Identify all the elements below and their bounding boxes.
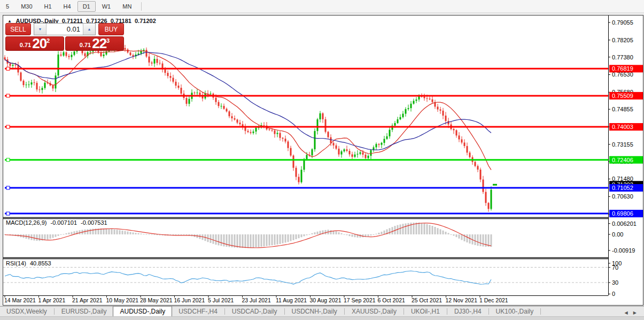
macd-tick-label: -0.00919 [612,247,635,254]
macd-histogram-bar [183,234,185,235]
macd-histogram-bar [376,234,377,234]
buy-button[interactable]: BUY [98,23,124,35]
macd-histogram-bar [122,231,123,234]
lot-size-input[interactable] [46,24,83,35]
candle-body [277,133,278,134]
candle-body [157,59,158,63]
level-price-text: 0.72406 [612,157,633,163]
level-price-text: 0.74003 [612,124,633,130]
candle-body [10,64,11,66]
level-line-handle[interactable] [6,125,10,128]
tab-usdcnh-daily[interactable]: USDCNH-,Daily [285,307,344,317]
candle-body [280,133,281,138]
macd-histogram-bar [87,229,89,234]
timeframe-m5-button[interactable]: 5 [1,1,14,12]
macd-histogram-bar [453,234,455,236]
level-line-handle[interactable] [6,212,10,215]
candle-body [400,117,401,119]
price-chart-canvas[interactable]: 0.790550.782050.773800.765300.756800.748… [3,16,643,305]
tab-usdcad-daily[interactable]: USDCAD-,Daily [226,307,284,317]
candle-body [328,132,329,137]
macd-histogram-bar [288,234,289,242]
macd-histogram-bar [58,234,59,236]
tab-eurusd-daily[interactable]: EURUSD-,Daily [55,307,113,317]
buy-price-point: 3 [106,38,110,43]
level-line-handle[interactable] [6,67,10,70]
tab-separator [447,308,447,315]
macd-histogram-bar [445,232,447,234]
macd-histogram-bar [157,234,158,235]
level-price-text: 0.69806 [612,210,633,217]
candle-body [322,113,324,119]
lot-increase-button[interactable]: ▲ [83,24,95,35]
tab-scroll-left-icon[interactable]: ◀ [624,310,627,315]
rsi-value: 40.8553 [30,260,51,266]
tab-separator [284,308,285,315]
tab-ukoil-h1[interactable]: UKOil-,H1 [405,307,446,317]
macd-histogram-bar [480,234,482,246]
tab-dj30-h4[interactable]: DJ30-,H4 [448,307,488,317]
chevron-down-icon: ▼ [38,27,42,31]
macd-histogram-bar [402,224,404,234]
candle-body [218,102,220,106]
macd-histogram-bar [271,234,273,245]
timeframe-h1-button[interactable]: H1 [39,1,57,12]
macd-histogram-bar [181,234,182,235]
date-label: 11 Aug 2021 [276,297,307,303]
candle-body [368,156,369,158]
macd-histogram-bar [125,231,126,234]
macd-main-value: -0.007101 [50,219,77,226]
candle-body [378,144,380,144]
sell-price-button[interactable]: 0.71 20 2 [5,36,64,51]
macd-histogram-bar [352,234,353,237]
timeframe-w1-button[interactable]: W1 [97,1,117,12]
candle-body [467,146,468,153]
candle-body [314,131,316,149]
macd-histogram-bar [247,234,249,248]
sell-button[interactable]: SELL [5,23,31,35]
timeframe-mn-button[interactable]: MN [117,1,137,12]
candle-body [320,113,321,119]
macd-histogram-bar [314,232,316,234]
candle-body [146,50,148,56]
tab-usdchf-h4[interactable]: USDCHF-,H4 [172,307,224,317]
tab-xauusd-daily[interactable]: XAUUSD-,Daily [345,307,403,317]
last-close-marker-icon [493,184,497,186]
level-line-handle[interactable] [6,94,10,97]
level-line-handle[interactable] [6,186,10,189]
macd-histogram-bar [378,233,380,234]
macd-histogram-bar [92,228,94,234]
candle-body [239,123,241,124]
level-line-handle[interactable] [6,158,10,162]
rsi-tick-label: 0 [612,291,615,297]
candle-body [226,109,228,111]
candle-body [432,100,433,102]
buy-price-button[interactable]: 0.71 22 3 [65,36,124,51]
macd-histogram-bar [90,229,91,234]
candle-body [443,111,444,116]
timeframe-d1-button[interactable]: D1 [77,1,96,12]
candle-body [354,155,356,157]
candle-body [362,153,364,155]
rsi-indicator-label: RSI(14) 40.8553 [6,260,53,266]
macd-histogram-bar [215,234,217,245]
price-tick-label: 0.70630 [612,193,633,200]
macd-histogram-bar [349,234,351,236]
candle-body [464,142,465,146]
date-label: 17 Sep 2021 [344,297,376,303]
moving-average-line-34 [5,52,491,150]
lot-decrease-button[interactable]: ▼ [34,24,46,35]
candle-body [250,132,252,133]
tab-usdx-weekly[interactable]: USDX,Weekly [0,307,53,317]
tab-scroll-right-icon[interactable]: ▶ [633,310,637,315]
timeframe-h4-button[interactable]: H4 [58,1,76,12]
macd-histogram-bar [421,223,423,234]
tab-uk100-daily[interactable]: UK100-,Daily [490,307,540,317]
macd-tick-label: 0.00 [612,231,623,238]
tab-audusd-daily[interactable]: AUDUSD-,Daily [113,306,172,317]
timeframe-m30-button[interactable]: M30 [15,1,37,12]
macd-histogram-bar [443,231,444,234]
candle-body [52,86,54,89]
macd-tick-label: 0.006201 [612,220,637,227]
date-label: 14 Mar 2021 [4,297,36,303]
